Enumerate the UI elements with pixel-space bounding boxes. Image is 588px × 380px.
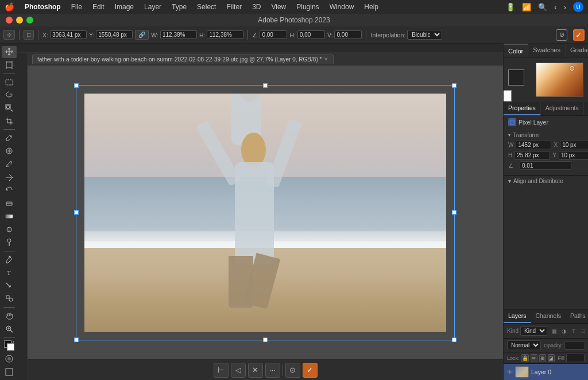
angle-input[interactable] — [260, 30, 287, 39]
tool-quick-mask[interactable] — [2, 352, 17, 365]
handle-top-right[interactable] — [452, 83, 457, 88]
cancel-transform-btn[interactable]: ⊘ — [556, 29, 567, 41]
tool-healing[interactable] — [2, 145, 17, 157]
layer-adjust-filter[interactable]: ◑ — [560, 327, 568, 335]
tab-color[interactable]: Color — [504, 44, 528, 57]
menu-select[interactable]: Select — [192, 2, 220, 12]
layer-item[interactable]: 👁 Layer 0 — [504, 364, 588, 380]
x-value-input[interactable] — [560, 141, 588, 149]
apple-menu-icon[interactable]: 🍎 — [5, 2, 14, 11]
tool-crop[interactable] — [2, 115, 17, 127]
tool-object-select[interactable] — [2, 102, 17, 114]
menu-3d[interactable]: 3D — [247, 2, 265, 12]
tool-artboard[interactable] — [2, 59, 17, 71]
tool-clone-stamp[interactable] — [2, 171, 17, 183]
lock-all-btn[interactable]: 🔒 — [521, 354, 529, 362]
tool-history-brush[interactable] — [2, 184, 17, 196]
menu-file[interactable]: File — [67, 2, 87, 12]
w-value-input[interactable] — [516, 141, 551, 149]
handle-top-left[interactable] — [74, 83, 79, 88]
color-spectrum[interactable] — [536, 63, 583, 97]
handle-middle-right[interactable] — [452, 210, 457, 215]
maximize-button[interactable] — [26, 17, 33, 24]
tool-foreground-color[interactable]: ↺ — [2, 340, 17, 352]
tool-marquee[interactable] — [2, 76, 17, 88]
tool-hand[interactable] — [2, 309, 17, 321]
tab-paths[interactable]: Paths — [566, 309, 588, 323]
tab-adjustments[interactable]: Adjustments — [541, 102, 584, 115]
tool-brush[interactable] — [2, 158, 17, 170]
tool-eyedropper[interactable] — [2, 132, 17, 144]
transform-type-btn[interactable]: □ — [24, 30, 34, 40]
first-frame-btn[interactable]: ⊢ — [214, 363, 229, 378]
confirm-transform-btn[interactable]: ✓ — [573, 29, 585, 41]
interpolation-select[interactable]: Bicubic — [407, 30, 442, 40]
h-skew-input[interactable] — [297, 30, 325, 39]
menu-type[interactable]: Type — [167, 2, 191, 12]
x-input[interactable] — [50, 30, 87, 39]
forward-icon[interactable]: › — [564, 3, 566, 11]
blend-mode-select[interactable]: Normal — [507, 340, 541, 350]
tool-path-select[interactable] — [2, 280, 17, 292]
w-input[interactable] — [160, 30, 197, 39]
lock-px-btn[interactable]: ✏ — [531, 354, 537, 362]
menu-window[interactable]: Window — [325, 2, 359, 12]
tool-gradient[interactable] — [2, 211, 17, 223]
background-swatch[interactable] — [503, 90, 512, 102]
handle-bottom-right[interactable] — [452, 338, 457, 342]
align-chevron[interactable]: ▾ — [508, 178, 511, 184]
menu-filter[interactable]: Filter — [222, 2, 246, 12]
h-input[interactable] — [207, 30, 243, 39]
menu-view[interactable]: View — [266, 2, 291, 12]
prev-frame-btn[interactable]: ◁ — [231, 363, 246, 378]
foreground-swatch[interactable] — [508, 69, 524, 86]
menu-edit[interactable]: Edit — [88, 2, 109, 12]
transform-chevron[interactable]: ▾ — [508, 133, 510, 138]
y-value-input[interactable] — [559, 151, 588, 160]
tool-lasso[interactable] — [2, 89, 17, 101]
menu-layer[interactable]: Layer — [140, 2, 166, 12]
tab-l[interactable]: L — [584, 102, 588, 115]
v-skew-input[interactable] — [334, 30, 362, 39]
tab-properties[interactable]: Properties — [504, 102, 541, 115]
menu-plugins[interactable]: Plugins — [292, 2, 323, 12]
cancel-btn[interactable]: ⊙ — [285, 363, 300, 378]
tool-blur[interactable] — [2, 223, 17, 235]
tool-dodge[interactable] — [2, 236, 17, 249]
app-name-menu[interactable]: Photoshop — [20, 2, 65, 12]
tab-gradients[interactable]: Gradients — [566, 44, 588, 57]
layers-kind-select[interactable]: Kind — [520, 326, 547, 336]
tool-eraser[interactable] — [2, 197, 17, 210]
confirm-btn[interactable]: ✓ — [303, 363, 318, 378]
handle-bottom-middle[interactable] — [263, 338, 268, 342]
tool-screen-mode[interactable] — [2, 366, 17, 378]
y-input[interactable] — [96, 30, 133, 39]
lock-move-btn[interactable]: ⊕ — [539, 354, 546, 362]
tab-close-btn[interactable]: ✕ — [324, 56, 328, 62]
handle-middle-left[interactable] — [74, 210, 79, 215]
minimize-button[interactable] — [16, 17, 23, 24]
tool-zoom[interactable] — [2, 323, 17, 335]
handle-bottom-left[interactable] — [74, 338, 79, 342]
transform-mode-btn[interactable]: ⊹ — [3, 30, 15, 40]
extra-btn[interactable]: ✕ — [248, 363, 263, 378]
close-button[interactable] — [6, 17, 13, 24]
tab-layers[interactable]: Layers — [504, 309, 531, 323]
tab-swatches[interactable]: Swatches — [528, 44, 566, 57]
menu-help[interactable]: Help — [359, 2, 383, 12]
opacity-input[interactable] — [564, 341, 585, 350]
angle-value-input[interactable] — [520, 161, 571, 170]
layer-type-filter[interactable]: T — [570, 327, 578, 335]
menu-image[interactable]: Image — [110, 2, 138, 12]
handle-top-middle[interactable] — [263, 83, 268, 88]
layer-shape-filter[interactable]: □ — [579, 327, 587, 335]
layer-pixel-filter[interactable]: ▦ — [550, 327, 558, 335]
tool-move[interactable] — [2, 46, 17, 58]
canvas-content[interactable] — [28, 65, 503, 359]
user-avatar[interactable]: U — [573, 2, 583, 12]
tool-type[interactable]: T — [2, 266, 17, 278]
document-tab[interactable]: father-with-a-toddler-boy-walking-on-bea… — [32, 55, 334, 64]
tool-pen[interactable] — [2, 254, 17, 266]
search-icon[interactable]: 🔍 — [538, 3, 547, 11]
back-icon[interactable]: ‹ — [554, 3, 556, 11]
